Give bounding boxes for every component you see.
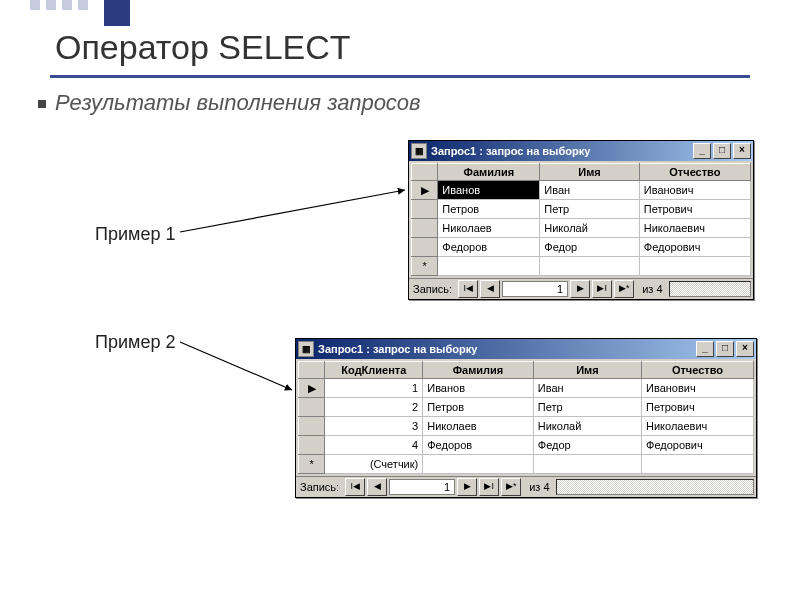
cell[interactable]: Иванов xyxy=(423,379,534,398)
cell[interactable]: Николаев xyxy=(423,417,534,436)
nav-new-button[interactable]: ▶* xyxy=(501,478,521,496)
cell[interactable]: Иван xyxy=(533,379,641,398)
cell[interactable]: Федор xyxy=(533,436,641,455)
nav-first-button[interactable]: I◀ xyxy=(458,280,478,298)
cell[interactable] xyxy=(533,455,641,474)
title-underline xyxy=(50,75,750,78)
nav-next-button[interactable]: ▶ xyxy=(570,280,590,298)
row-marker[interactable]: * xyxy=(412,257,438,276)
cell[interactable]: Петр xyxy=(533,398,641,417)
cell[interactable]: Иван xyxy=(540,181,640,200)
cell[interactable]: 2 xyxy=(325,398,423,417)
svg-line-0 xyxy=(180,190,405,232)
minimize-button[interactable]: _ xyxy=(696,341,714,357)
example1-label: Пример 1 xyxy=(95,224,175,245)
maximize-button[interactable]: □ xyxy=(713,143,731,159)
row-marker[interactable]: * xyxy=(299,455,325,474)
cell[interactable]: Николаевич xyxy=(639,219,750,238)
maximize-button[interactable]: □ xyxy=(716,341,734,357)
horizontal-scrollbar[interactable] xyxy=(669,281,751,297)
cell[interactable] xyxy=(642,455,754,474)
cell[interactable]: Петрович xyxy=(639,200,750,219)
table-row[interactable]: ФедоровФедорФедорович xyxy=(412,238,751,257)
nav-next-button[interactable]: ▶ xyxy=(457,478,477,496)
slide-decor xyxy=(30,0,130,26)
cell[interactable]: Николай xyxy=(540,219,640,238)
cell[interactable]: Федорович xyxy=(639,238,750,257)
nav-current-record[interactable]: 1 xyxy=(389,479,455,495)
table-row[interactable]: *(Счетчик) xyxy=(299,455,754,474)
nav-new-button[interactable]: ▶* xyxy=(614,280,634,298)
cell[interactable]: Петров xyxy=(438,200,540,219)
table-row[interactable]: 2ПетровПетрПетрович xyxy=(299,398,754,417)
row-marker[interactable] xyxy=(412,238,438,257)
table-row[interactable]: ▶ИвановИванИванович xyxy=(412,181,751,200)
row-marker[interactable]: ▶ xyxy=(299,379,325,398)
cell[interactable]: Федор xyxy=(540,238,640,257)
row-selector-header xyxy=(299,362,325,379)
nav-record-count: из 4 xyxy=(642,283,662,295)
bullet-icon xyxy=(38,100,46,108)
table-row[interactable]: ▶1ИвановИванИванович xyxy=(299,379,754,398)
cell[interactable]: Николаевич xyxy=(642,417,754,436)
row-marker[interactable] xyxy=(412,200,438,219)
cell[interactable]: Петров xyxy=(423,398,534,417)
close-button[interactable]: × xyxy=(736,341,754,357)
cell[interactable] xyxy=(540,257,640,276)
cell[interactable] xyxy=(423,455,534,474)
titlebar[interactable]: ▦ Запрос1 : запрос на выборку _ □ × xyxy=(296,339,756,359)
table-row[interactable]: НиколаевНиколайНиколаевич xyxy=(412,219,751,238)
cell[interactable]: Петрович xyxy=(642,398,754,417)
cell[interactable] xyxy=(438,257,540,276)
cell[interactable]: Иванович xyxy=(639,181,750,200)
nav-last-button[interactable]: ▶I xyxy=(479,478,499,496)
data-grid[interactable]: КодКлиентаФамилияИмяОтчество▶1ИвановИван… xyxy=(298,361,754,474)
table-row[interactable]: ПетровПетрПетрович xyxy=(412,200,751,219)
data-grid[interactable]: ФамилияИмяОтчество▶ИвановИванИвановичПет… xyxy=(411,163,751,276)
nav-first-button[interactable]: I◀ xyxy=(345,478,365,496)
column-header[interactable]: КодКлиента xyxy=(325,362,423,379)
table-row[interactable]: * xyxy=(412,257,751,276)
close-button[interactable]: × xyxy=(733,143,751,159)
cell[interactable]: Николай xyxy=(533,417,641,436)
row-marker[interactable] xyxy=(299,417,325,436)
row-selector-header xyxy=(412,164,438,181)
column-header[interactable]: Фамилия xyxy=(438,164,540,181)
cell[interactable]: Федорович xyxy=(642,436,754,455)
query-window-2: ▦ Запрос1 : запрос на выборку _ □ × КодК… xyxy=(295,338,757,498)
row-marker[interactable]: ▶ xyxy=(412,181,438,200)
example2-label: Пример 2 xyxy=(95,332,175,353)
nav-prev-button[interactable]: ◀ xyxy=(367,478,387,496)
table-row[interactable]: 3НиколаевНиколайНиколаевич xyxy=(299,417,754,436)
minimize-button[interactable]: _ xyxy=(693,143,711,159)
nav-prev-button[interactable]: ◀ xyxy=(480,280,500,298)
column-header[interactable]: Отчество xyxy=(639,164,750,181)
row-marker[interactable] xyxy=(299,436,325,455)
table-row[interactable]: 4ФедоровФедорФедорович xyxy=(299,436,754,455)
cell[interactable]: (Счетчик) xyxy=(325,455,423,474)
nav-label: Запись: xyxy=(300,481,339,493)
titlebar[interactable]: ▦ Запрос1 : запрос на выборку _ □ × xyxy=(409,141,753,161)
row-marker[interactable] xyxy=(299,398,325,417)
column-header[interactable]: Имя xyxy=(533,362,641,379)
cell[interactable]: Николаев xyxy=(438,219,540,238)
cell[interactable]: Петр xyxy=(540,200,640,219)
column-header[interactable]: Фамилия xyxy=(423,362,534,379)
cell[interactable]: Федоров xyxy=(438,238,540,257)
nav-current-record[interactable]: 1 xyxy=(502,281,568,297)
record-navigator: Запись: I◀ ◀ 1 ▶ ▶I ▶* из 4 xyxy=(296,476,756,497)
cell[interactable]: Федоров xyxy=(423,436,534,455)
row-marker[interactable] xyxy=(412,219,438,238)
column-header[interactable]: Имя xyxy=(540,164,640,181)
cell[interactable]: 1 xyxy=(325,379,423,398)
cell[interactable]: Иванович xyxy=(642,379,754,398)
subtitle: Результаты выполнения запросов xyxy=(55,90,421,116)
cell[interactable]: Иванов xyxy=(438,181,540,200)
column-header[interactable]: Отчество xyxy=(642,362,754,379)
cell[interactable]: 3 xyxy=(325,417,423,436)
horizontal-scrollbar[interactable] xyxy=(556,479,754,495)
cell[interactable]: 4 xyxy=(325,436,423,455)
cell[interactable] xyxy=(639,257,750,276)
app-icon: ▦ xyxy=(298,341,314,357)
nav-last-button[interactable]: ▶I xyxy=(592,280,612,298)
